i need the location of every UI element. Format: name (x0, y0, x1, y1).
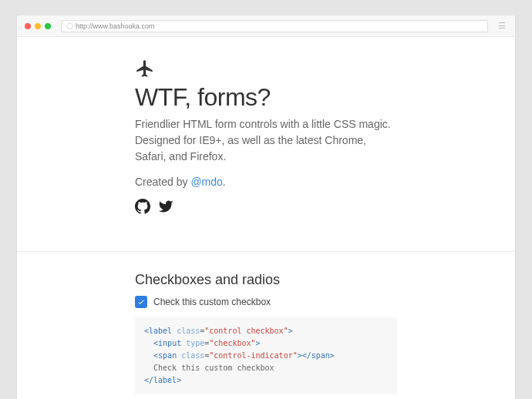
browser-frame: ◯ http://www.bashooka.com ☰ WTF, forms? … (17, 15, 515, 399)
custom-checkbox[interactable]: Check this custom checkbox (135, 296, 397, 308)
section-heading: Checkboxes and radios (135, 272, 397, 288)
checkbox-indicator (135, 296, 147, 308)
author-link[interactable]: @mdo (190, 176, 222, 188)
page-title: WTF, forms? (135, 83, 397, 112)
browser-chrome: ◯ http://www.bashooka.com ☰ (17, 15, 515, 37)
traffic-lights (25, 23, 51, 29)
minimize-window-icon[interactable] (35, 23, 41, 29)
github-icon[interactable] (135, 199, 150, 217)
url-text: http://www.bashooka.com (76, 22, 155, 30)
address-bar[interactable]: ◯ http://www.bashooka.com (61, 20, 488, 32)
menu-icon[interactable]: ☰ (498, 21, 507, 31)
page-lead: Friendlier HTML form controls with a lit… (135, 116, 397, 165)
page-content: WTF, forms? Friendlier HTML form control… (17, 37, 515, 399)
close-window-icon[interactable] (25, 23, 31, 29)
plane-icon (135, 59, 397, 82)
code-snippet: <label class="control checkbox"> <input … (135, 317, 397, 394)
checkbox-label: Check this custom checkbox (153, 297, 271, 307)
created-by: Created by @mdo. (135, 176, 397, 188)
globe-icon: ◯ (66, 22, 73, 29)
social-links (135, 199, 397, 217)
maximize-window-icon[interactable] (45, 23, 51, 29)
twitter-icon[interactable] (158, 199, 173, 217)
